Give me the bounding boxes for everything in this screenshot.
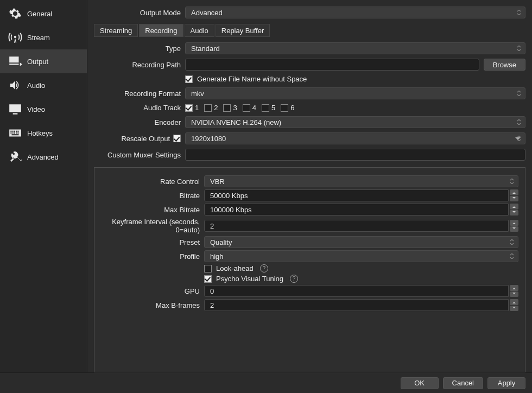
type-label: Type — [94, 45, 181, 53]
help-icon[interactable]: ? — [260, 264, 268, 272]
sidebar-item-label: Hotkeys — [27, 129, 53, 137]
apply-button[interactable]: Apply — [487, 377, 525, 389]
rate-control-label: Rate Control — [101, 178, 200, 186]
lookahead-label: Look-ahead — [216, 264, 254, 272]
psycho-label: Psycho Visual Tuning — [216, 275, 283, 283]
recording-path-label: Recording Path — [94, 61, 181, 69]
cancel-button[interactable]: Cancel — [443, 377, 483, 389]
dialog-footer: OK Cancel Apply — [0, 372, 532, 393]
rescale-select[interactable]: 1920x1080 — [185, 132, 525, 144]
output-mode-select[interactable]: Advanced — [185, 7, 525, 18]
sidebar-item-label: Stream — [27, 34, 50, 42]
max-bitrate-input[interactable]: 100000 Kbps — [204, 204, 509, 215]
keyframe-spinner[interactable] — [510, 220, 518, 232]
tab-recording[interactable]: Recording — [139, 24, 183, 37]
lookahead-checkbox[interactable] — [204, 265, 212, 272]
bitrate-input[interactable]: 50000 Kbps — [204, 189, 509, 201]
psycho-checkbox[interactable] — [204, 275, 212, 283]
bframes-spinner[interactable] — [510, 299, 518, 311]
encoder-select[interactable]: NVIDIA NVENC H.264 (new) — [185, 116, 525, 128]
tools-icon — [8, 149, 23, 164]
preset-select[interactable]: Quality — [204, 236, 518, 248]
gpu-spinner[interactable] — [510, 285, 518, 297]
max-bitrate-label: Max Bitrate — [101, 206, 200, 214]
output-tabs: Streaming Recording Audio Replay Buffer — [94, 24, 525, 37]
antenna-icon — [8, 30, 23, 45]
sidebar-item-advanced[interactable]: Advanced — [0, 145, 87, 169]
muxer-label: Custom Muxer Settings — [94, 151, 181, 159]
monitor-arrow-icon — [8, 54, 23, 69]
encoder-settings-group: Rate Control VBR Bitrate 50000 Kbps Max … — [94, 167, 525, 372]
bframes-label: Max B-frames — [101, 301, 200, 309]
audio-track-label: Audio Track — [94, 104, 181, 112]
display-icon — [8, 102, 23, 117]
keyframe-label: Keyframe Interval (seconds, 0=auto) — [101, 218, 200, 234]
gpu-label: GPU — [101, 287, 200, 295]
sidebar-item-audio[interactable]: Audio — [0, 73, 87, 97]
gen-filename-checkbox[interactable] — [185, 75, 193, 83]
sidebar: General Stream Output Audio Video Hotkey… — [0, 0, 87, 372]
preset-label: Preset — [101, 238, 200, 246]
sidebar-item-label: Output — [27, 58, 48, 66]
gen-filename-label: Generate File Name without Space — [197, 75, 307, 83]
tab-replay-buffer[interactable]: Replay Buffer — [216, 24, 270, 37]
track-4-checkbox[interactable] — [243, 104, 250, 112]
gear-icon — [8, 6, 23, 21]
recording-path-input[interactable] — [185, 59, 479, 71]
sidebar-item-stream[interactable]: Stream — [0, 26, 87, 49]
rate-control-select[interactable]: VBR — [204, 175, 518, 187]
sidebar-item-label: Audio — [27, 81, 45, 90]
speaker-icon — [8, 78, 23, 93]
audio-tracks: 1 2 3 4 5 6 — [185, 104, 294, 112]
content-pane: Output Mode Advanced Streaming Recording… — [87, 0, 532, 372]
bitrate-label: Bitrate — [101, 192, 200, 200]
browse-button[interactable]: Browse — [484, 59, 525, 71]
muxer-input[interactable] — [185, 149, 525, 161]
encoder-label: Encoder — [94, 118, 181, 126]
keyframe-input[interactable]: 2 — [204, 220, 509, 232]
output-mode-label: Output Mode — [94, 9, 181, 17]
sidebar-item-hotkeys[interactable]: Hotkeys — [0, 121, 87, 145]
keyboard-icon — [8, 125, 23, 141]
track-6-checkbox[interactable] — [281, 104, 288, 112]
tab-streaming[interactable]: Streaming — [94, 24, 138, 37]
rescale-checkbox[interactable] — [173, 135, 181, 142]
track-1-checkbox[interactable] — [185, 104, 193, 112]
recording-format-label: Recording Format — [94, 90, 181, 98]
sidebar-item-label: Video — [27, 105, 45, 113]
track-3-checkbox[interactable] — [223, 104, 231, 112]
sidebar-item-general[interactable]: General — [0, 2, 87, 26]
gpu-input[interactable]: 0 — [204, 285, 509, 297]
sidebar-item-label: Advanced — [27, 153, 59, 161]
recording-format-select[interactable]: mkv — [185, 87, 525, 99]
profile-label: Profile — [101, 252, 200, 261]
bitrate-spinner[interactable] — [510, 189, 518, 201]
track-5-checkbox[interactable] — [262, 104, 269, 112]
sidebar-item-label: General — [27, 10, 52, 18]
sidebar-item-video[interactable]: Video — [0, 97, 87, 121]
profile-select[interactable]: high — [204, 250, 518, 262]
tab-audio[interactable]: Audio — [185, 24, 214, 37]
ok-button[interactable]: OK — [401, 377, 439, 389]
bframes-input[interactable]: 2 — [204, 299, 509, 311]
max-bitrate-spinner[interactable] — [510, 204, 518, 215]
help-icon[interactable]: ? — [290, 275, 298, 283]
sidebar-item-output[interactable]: Output — [0, 49, 87, 73]
type-select[interactable]: Standard — [185, 42, 525, 54]
track-2-checkbox[interactable] — [204, 104, 212, 112]
chevron-down-icon — [515, 137, 521, 143]
rescale-label: Rescale Output — [121, 135, 170, 143]
